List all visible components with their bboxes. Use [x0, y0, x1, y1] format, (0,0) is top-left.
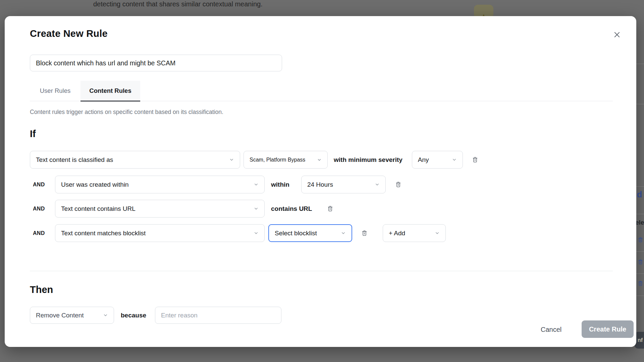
tab-content-rules[interactable]: Content Rules [80, 81, 140, 102]
content-rules-description: Content rules trigger actions on specifi… [30, 109, 223, 116]
background-row-divider [636, 104, 644, 104]
add-condition-label: + Add [389, 230, 405, 237]
duration-select-value: 24 Hours [307, 181, 333, 188]
chevron-down-icon [375, 182, 380, 187]
severity-label: with minimum severity [334, 156, 402, 164]
background-trash-icon[interactable] [638, 237, 643, 244]
chevron-down-icon [254, 206, 259, 211]
screen: detecting content that shares similar co… [0, 0, 644, 362]
add-condition-select[interactable]: + Add [383, 224, 446, 242]
condition-row-3: AND Text content contains URL contains U… [30, 200, 333, 218]
condition-select-value: User was created within [61, 181, 129, 188]
background-text-fragment: ele [635, 219, 644, 226]
background-link-fragment: d [637, 190, 642, 199]
condition-select-value: Text content is classified as [36, 156, 113, 164]
chevron-down-icon [452, 157, 457, 162]
within-label: within [271, 181, 289, 188]
chevron-down-icon [254, 182, 259, 187]
chevron-down-icon [229, 157, 234, 162]
background-row-divider [636, 296, 644, 296]
chevron-down-icon [341, 231, 346, 236]
close-icon[interactable] [612, 29, 622, 40]
then-section-heading: Then [30, 284, 53, 295]
chevron-down-icon [317, 158, 322, 162]
because-label: because [121, 312, 146, 319]
background-row-divider [636, 274, 644, 274]
condition-select-value: Text content matches blocklist [61, 230, 146, 237]
action-row: Remove Content because [30, 307, 281, 324]
condition-select[interactable]: User was created within [55, 176, 265, 193]
toast-text: nf [638, 337, 643, 343]
condition-select[interactable]: Text content is classified as [30, 151, 240, 169]
rule-type-tabs: User Rules Content Rules [30, 81, 613, 101]
condition-select[interactable]: Text content matches blocklist [55, 224, 265, 242]
chevron-down-icon [103, 313, 108, 318]
create-rule-modal: Create New Rule User Rules Content Rules… [5, 16, 636, 347]
delete-condition-icon[interactable] [327, 205, 333, 212]
background-trash-icon[interactable] [638, 281, 643, 288]
create-rule-button[interactable]: Create Rule [582, 320, 634, 338]
background-page-text: detecting content that shares similar co… [93, 0, 263, 9]
delete-condition-icon[interactable] [361, 230, 368, 236]
background-trash-icon[interactable] [638, 259, 643, 266]
chevron-down-icon [254, 231, 259, 236]
background-row-divider [636, 186, 644, 187]
delete-condition-icon[interactable] [395, 181, 401, 188]
action-select-value: Remove Content [36, 312, 84, 319]
chevron-down-icon [435, 231, 440, 236]
condition-row-4: AND Text content matches blocklist Selec… [30, 224, 446, 242]
condition-row-2: AND User was created within within 24 Ho… [30, 176, 401, 193]
duration-select[interactable]: 24 Hours [301, 176, 386, 193]
delete-condition-icon[interactable] [472, 157, 478, 163]
severity-select-value: Any [418, 156, 429, 164]
reason-input[interactable] [155, 307, 281, 324]
tab-user-rules[interactable]: User Rules [30, 81, 80, 101]
rule-name-input[interactable] [30, 55, 282, 71]
contains-url-label: contains URL [271, 205, 312, 213]
classification-select-value: Scam, Platform Bypass [250, 157, 305, 163]
action-select[interactable]: Remove Content [30, 307, 114, 324]
condition-select[interactable]: Text content contains URL [55, 200, 265, 218]
severity-select[interactable]: Any [412, 151, 463, 169]
and-connector: AND [30, 206, 55, 212]
if-section-heading: If [30, 128, 36, 139]
and-connector: AND [30, 230, 55, 236]
section-divider [30, 271, 613, 271]
background-row-divider [636, 214, 644, 214]
condition-select-value: Text content contains URL [61, 205, 136, 213]
modal-title: Create New Rule [30, 28, 108, 39]
background-row-divider [636, 64, 644, 64]
condition-row-1: Text content is classified as Scam, Plat… [30, 151, 478, 169]
blocklist-select[interactable]: Select blocklist [268, 224, 352, 242]
and-connector: AND [30, 182, 55, 188]
cancel-button[interactable]: Cancel [541, 324, 561, 335]
blocklist-select-value: Select blocklist [275, 230, 317, 237]
classification-select[interactable]: Scam, Platform Bypass [244, 151, 328, 169]
background-row-divider [636, 251, 644, 252]
